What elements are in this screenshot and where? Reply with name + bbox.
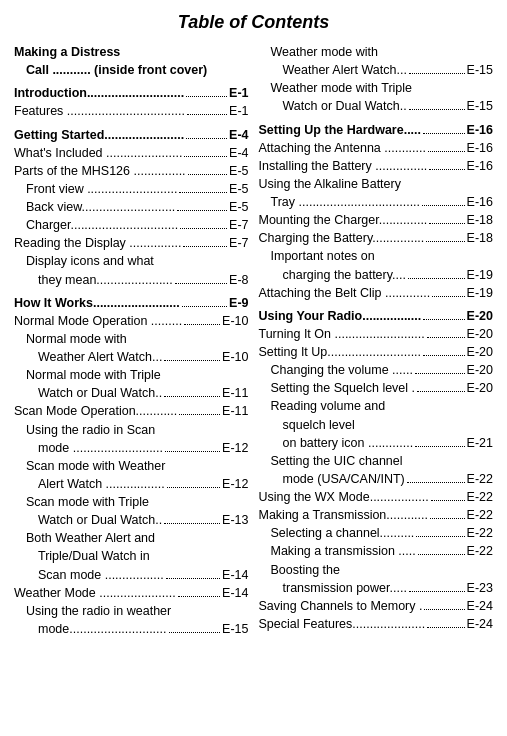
entry-label: Weather mode with Triple (271, 79, 413, 97)
toc-entry: Watch or Dual Watch..E-15 (259, 97, 494, 115)
toc-entry: Display icons and what (14, 252, 249, 270)
toc-entry: Mounting the Charger..............E-18 (259, 211, 494, 229)
toc-entry: Special Features.....................E-2… (259, 615, 494, 633)
entry-dots (169, 632, 221, 633)
toc-entry: How It Works.........................E-9 (14, 294, 249, 312)
entry-label: Mounting the Charger.............. (259, 211, 428, 229)
entry-label: Using the radio in Scan (26, 421, 155, 439)
toc-entry: Weather mode with (259, 43, 494, 61)
entry-dots (416, 536, 464, 537)
toc-entry: Tray ...................................… (259, 193, 494, 211)
entry-label: Making a Transmission............ (259, 506, 429, 524)
entry-page: E-20 (467, 379, 493, 397)
entry-label: Scan Mode Operation............ (14, 402, 177, 420)
entry-label: Alert Watch ................. (38, 475, 165, 493)
entry-label: Special Features..................... (259, 615, 426, 633)
toc-entry: charging the battery....E-19 (259, 266, 494, 284)
entry-label: Features ...............................… (14, 102, 185, 120)
entry-label: Setting It Up........................... (259, 343, 422, 361)
toc-entry: Boosting the (259, 561, 494, 579)
entry-dots (429, 169, 464, 170)
entry-label: mode (USA/CAN/INT) (283, 470, 405, 488)
entry-page: E-24 (467, 597, 493, 615)
toc-entry: Scan Mode Operation............E-11 (14, 402, 249, 420)
entry-label: Both Weather Alert and (26, 529, 155, 547)
toc-entry: Introduction............................… (14, 84, 249, 102)
toc-entry: Reading the Display ...............E-7 (14, 234, 249, 252)
entry-page: E-1 (229, 102, 248, 120)
entry-label: Attaching the Belt Clip ............. (259, 284, 431, 302)
toc-entry: on battery icon .............E-21 (259, 434, 494, 452)
toc-entry: Front view ..........................E-5 (14, 180, 249, 198)
entry-dots (180, 228, 227, 229)
toc-entry: What's Included ......................E-… (14, 144, 249, 162)
entry-label: Weather Alert Watch... (38, 348, 162, 366)
right-column: Weather mode withWeather Alert Watch...E… (259, 43, 494, 638)
entry-label: Using the Alkaline Battery (259, 175, 401, 193)
toc-entry: Setting the Squelch level .E-20 (259, 379, 494, 397)
entry-dots (409, 591, 465, 592)
entry-dots (428, 151, 465, 152)
entry-label: Front view .......................... (26, 180, 177, 198)
entry-label: Charger............................... (26, 216, 178, 234)
entry-label: Watch or Dual Watch.. (38, 511, 162, 529)
entry-page: E-12 (222, 475, 248, 493)
entry-label: mode............................ (38, 620, 167, 638)
entry-label: Reading volume and (271, 397, 386, 415)
entry-page: E-14 (222, 584, 248, 602)
entry-dots (430, 518, 465, 519)
toc-entry: Scan mode .................E-14 (14, 566, 249, 584)
toc-entry: Attaching the Belt Clip .............E-1… (259, 284, 494, 302)
entry-label: Display icons and what (26, 252, 154, 270)
toc-entry: Important notes on (259, 247, 494, 265)
entry-label: Normal mode with (26, 330, 127, 348)
entry-label: Installing the Battery ............... (259, 157, 428, 175)
toc-entry: Using the radio in Scan (14, 421, 249, 439)
toc-entry: squelch level (259, 416, 494, 434)
entry-label: Using the WX Mode................. (259, 488, 429, 506)
entry-dots (187, 114, 227, 115)
entry-label: Tray ................................... (271, 193, 421, 211)
entry-label: Important notes on (271, 247, 375, 265)
entry-label: Call ........... (inside front cover) (26, 61, 207, 79)
entry-page: E-16 (467, 139, 493, 157)
entry-dots (166, 578, 220, 579)
toc-entry: Both Weather Alert and (14, 529, 249, 547)
entry-page: E-18 (467, 229, 493, 247)
entry-label: Weather mode with (271, 43, 378, 61)
toc-container: Making a DistressCall ........... (insid… (14, 43, 493, 638)
entry-dots (426, 241, 464, 242)
entry-page: E-7 (229, 216, 248, 234)
entry-label: Reading the Display ............... (14, 234, 181, 252)
entry-dots (186, 96, 227, 97)
toc-entry: Charger...............................E-… (14, 216, 249, 234)
entry-dots (184, 324, 220, 325)
left-column: Making a DistressCall ........... (insid… (14, 43, 249, 638)
entry-dots (177, 210, 227, 211)
entry-page: E-15 (222, 620, 248, 638)
entry-page: E-10 (222, 312, 248, 330)
entry-label: Normal mode with Triple (26, 366, 161, 384)
entry-page: E-5 (229, 198, 248, 216)
toc-entry: transmission power.....E-23 (259, 579, 494, 597)
toc-entry: Attaching the Antenna ............E-16 (259, 139, 494, 157)
entry-label: Scan mode with Triple (26, 493, 149, 511)
toc-entry: Saving Channels to Memory .E-24 (259, 597, 494, 615)
entry-dots (164, 523, 220, 524)
entry-label: Scan mode ................. (38, 566, 164, 584)
entry-page: E-1 (229, 84, 248, 102)
toc-entry: Watch or Dual Watch..E-11 (14, 384, 249, 402)
toc-entry: Call ........... (inside front cover) (14, 61, 249, 79)
toc-entry: Normal mode with (14, 330, 249, 348)
entry-page: E-7 (229, 234, 248, 252)
entry-page: E-19 (467, 284, 493, 302)
toc-entry: Parts of the MHS126 ...............E-5 (14, 162, 249, 180)
toc-entry: Weather Alert Watch...E-15 (259, 61, 494, 79)
entry-dots (165, 451, 220, 452)
entry-label: Setting the UIC channel (271, 452, 403, 470)
entry-dots (186, 138, 227, 139)
entry-dots (184, 156, 227, 157)
entry-page: E-23 (467, 579, 493, 597)
entry-dots (179, 192, 227, 193)
entry-page: E-22 (467, 488, 493, 506)
